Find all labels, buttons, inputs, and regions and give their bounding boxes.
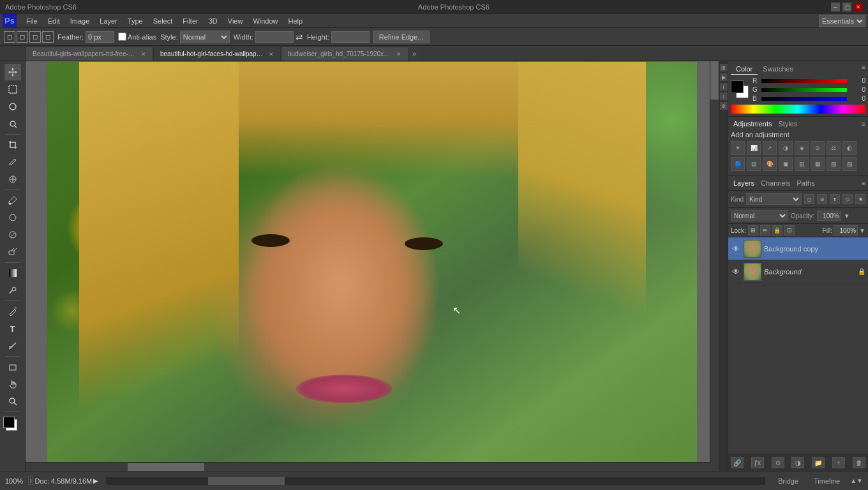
levels-icon[interactable]: 📊 <box>747 141 761 155</box>
curves-icon[interactable]: ↗ <box>763 141 777 155</box>
antialias-checkbox[interactable] <box>118 33 126 41</box>
marquee-tool[interactable] <box>4 81 21 98</box>
refine-edge-button[interactable]: Refine Edge... <box>373 31 430 43</box>
menu-type[interactable]: Type <box>123 16 147 26</box>
zoom-info-icon[interactable]: i <box>28 477 33 485</box>
add-mask-button[interactable]: ⊙ <box>772 457 784 468</box>
info-icon[interactable]: i <box>720 83 728 91</box>
color-tab[interactable]: Color <box>731 64 758 75</box>
menu-file[interactable]: File <box>22 16 42 26</box>
path-select-tool[interactable] <box>4 338 21 354</box>
posterize-icon[interactable]: ▥ <box>795 157 809 171</box>
opacity-arrow[interactable]: ▼ <box>844 212 850 219</box>
layer-visibility-bg[interactable]: 👁 <box>731 267 741 277</box>
tab-0[interactable]: Beautiful-girls-wallpapers-hd-free-downl… <box>26 47 153 61</box>
opacity-input[interactable] <box>817 211 841 221</box>
filter-adjust-icon[interactable]: ⊙ <box>817 194 827 204</box>
tab-2[interactable]: budweiser_girls_hd_70175-1920x1000 ✕ <box>281 47 408 61</box>
delete-layer-button[interactable]: 🗑 <box>853 457 865 468</box>
hsl-icon[interactable]: ⊙ <box>811 141 825 155</box>
fg-bg-colors[interactable] <box>3 417 22 436</box>
heal-tool[interactable] <box>4 171 21 188</box>
horizontal-scrollbar[interactable] <box>26 462 710 471</box>
exposure-icon[interactable]: ◑ <box>779 141 793 155</box>
clone-stamp-tool[interactable] <box>4 209 21 226</box>
color-spectrum[interactable] <box>731 105 865 114</box>
layers-tab[interactable]: Layers <box>731 179 757 188</box>
filter-smart-icon[interactable]: ★ <box>855 194 865 204</box>
mini-timeline-button[interactable]: Timeline <box>809 477 845 485</box>
layer-item-bg-copy[interactable]: 👁 Background copy <box>728 237 868 260</box>
threshold-icon[interactable]: ▦ <box>811 157 825 171</box>
type-tool[interactable]: T <box>4 320 21 337</box>
tab-2-close[interactable]: ✕ <box>396 51 401 57</box>
zoom-tool[interactable] <box>4 393 21 410</box>
lasso-tool[interactable] <box>4 98 21 115</box>
menu-image[interactable]: Image <box>66 16 94 26</box>
channels-tab[interactable]: Channels <box>758 179 793 188</box>
swatches-tab[interactable]: Swatches <box>758 64 798 75</box>
maximize-button[interactable]: ◻ <box>842 3 851 11</box>
style-select[interactable]: Normal Fixed Ratio Fixed Size <box>180 31 230 43</box>
layer-visibility-bg-copy[interactable]: 👁 <box>731 244 741 254</box>
color-panel-collapse[interactable]: ≡ <box>862 64 865 75</box>
tab-more-button[interactable]: » <box>408 47 420 61</box>
layout-icon[interactable]: ⊞ <box>720 64 728 71</box>
statusbar-scrollbar[interactable] <box>106 477 765 485</box>
menu-layer[interactable]: Layer <box>95 16 122 26</box>
layer-style-button[interactable]: ƒx <box>751 457 764 468</box>
horizontal-scrollbar-thumb[interactable] <box>128 463 204 471</box>
tools2-icon[interactable]: ⚙ <box>720 102 728 110</box>
invert-icon[interactable]: ▣ <box>779 157 793 171</box>
menu-help[interactable]: Help <box>284 16 308 26</box>
menu-window[interactable]: Window <box>248 16 282 26</box>
filter-pixel-icon[interactable]: ◻ <box>804 194 814 204</box>
menu-3d[interactable]: 3D <box>204 16 222 26</box>
vibrance-icon[interactable]: ◈ <box>795 141 809 155</box>
photo-filter-icon[interactable]: 🔵 <box>731 157 745 171</box>
foreground-color-swatch[interactable] <box>731 80 744 93</box>
paths-tab[interactable]: Paths <box>795 179 818 188</box>
menu-filter[interactable]: Filter <box>178 16 202 26</box>
blend-mode-select[interactable]: Normal Dissolve Multiply Screen Overlay <box>731 210 788 221</box>
color-lookup-icon[interactable]: 🎨 <box>763 157 777 171</box>
doc-arrow[interactable]: ▶ <box>93 477 98 484</box>
styles-tab[interactable]: Styles <box>776 119 800 128</box>
menu-edit[interactable]: Edit <box>43 16 64 26</box>
menu-select[interactable]: Select <box>149 16 177 26</box>
height-input[interactable] <box>331 31 370 43</box>
vertical-scrollbar-thumb[interactable] <box>710 61 719 100</box>
vertical-scrollbar[interactable] <box>710 61 719 462</box>
new-layer-button[interactable]: + <box>832 457 845 468</box>
b-slider[interactable] <box>761 97 847 101</box>
brush-tool[interactable] <box>4 192 21 209</box>
fg-color-swatch[interactable] <box>3 417 15 428</box>
close-button[interactable]: ✕ <box>854 3 863 11</box>
link-layers-button[interactable]: 🔗 <box>731 457 744 468</box>
quick-select-tool[interactable] <box>4 115 21 132</box>
arrow-icon[interactable]: ↕ <box>720 93 728 100</box>
antialias-option[interactable]: Anti-alias <box>118 33 156 41</box>
filter-type-icon[interactable]: T <box>830 194 840 204</box>
essentials-dropdown[interactable]: Essentials <box>819 15 865 27</box>
pen-tool[interactable] <box>4 303 21 320</box>
lock-all-icon[interactable]: 🔒 <box>772 225 782 235</box>
brightness-contrast-icon[interactable]: ☀ <box>731 141 745 155</box>
adjustments-tab[interactable]: Adjustments <box>731 119 775 128</box>
fill-arrow[interactable]: ▼ <box>859 227 865 234</box>
new-adjustment-button[interactable]: ◑ <box>791 457 804 468</box>
lock-artboard-icon[interactable]: ⊡ <box>784 225 795 235</box>
gradient-map-icon[interactable]: ▧ <box>827 157 841 171</box>
crop-tool[interactable] <box>4 137 21 153</box>
color-balance-icon[interactable]: ⚖ <box>827 141 841 155</box>
g-slider[interactable] <box>761 88 847 92</box>
gradient-tool[interactable] <box>4 265 21 281</box>
statusbar-expand-icon[interactable]: ▲▼ <box>850 477 863 484</box>
tab-1[interactable]: beautiful-hot-girl-faces-hd-wallpapers (… <box>153 47 281 61</box>
statusbar-scrollbar-thumb[interactable] <box>208 477 285 485</box>
layers-panel-collapse[interactable]: ≡ <box>862 180 865 187</box>
menu-view[interactable]: View <box>223 16 248 26</box>
swap-icon[interactable]: ⇄ <box>296 32 303 42</box>
tab-1-close[interactable]: ✕ <box>269 51 274 57</box>
lock-pixels-icon[interactable]: ⊞ <box>748 225 758 235</box>
